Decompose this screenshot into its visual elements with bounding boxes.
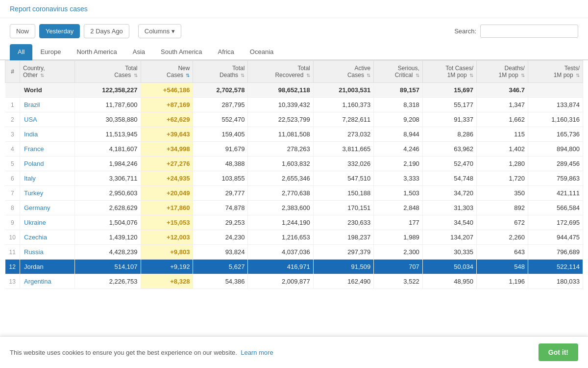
tab-europe[interactable]: Europe	[32, 44, 69, 60]
table-row: 10Czechia1,439,120+12,00324,2301,216,653…	[5, 230, 583, 245]
country-link[interactable]: Germany	[24, 204, 50, 211]
country-link[interactable]: France	[24, 145, 44, 153]
row-num: 2	[5, 112, 20, 127]
btn-now[interactable]: Now	[10, 24, 35, 38]
row-tot-1m: 134,207	[422, 230, 476, 245]
row-num: 13	[5, 274, 20, 289]
country-link[interactable]: Jordan	[24, 263, 44, 270]
row-country: India	[20, 127, 75, 142]
row-serious: 3,522	[374, 274, 423, 289]
row-tot-1m: 34,540	[422, 215, 476, 230]
top-bar: Report coronavirus cases	[0, 0, 588, 18]
row-new-cases: +15,053	[141, 215, 193, 230]
country-link[interactable]: USA	[24, 116, 37, 123]
col-num: #	[5, 61, 20, 83]
row-new-cases: +87,169	[141, 98, 193, 112]
row-total-cases: 3,306,711	[74, 171, 141, 186]
row-deaths-1m: 1,280	[477, 157, 528, 171]
row-total-cases: 2,226,753	[74, 274, 141, 289]
country-link[interactable]: Russia	[24, 248, 44, 256]
row-new-cases: +9,803	[141, 245, 193, 260]
row-tot-1m: 54,748	[422, 171, 476, 186]
row-total-deaths: 2,702,578	[193, 83, 248, 98]
table-row: 9Ukraine1,504,076+15,05329,2531,244,1902…	[5, 215, 583, 230]
country-link[interactable]: Turkey	[24, 189, 43, 197]
tab-africa[interactable]: Africa	[210, 44, 242, 60]
country-link[interactable]: India	[24, 131, 38, 138]
country-link[interactable]: Argentina	[24, 278, 51, 285]
table-row: 12Jordan514,107+9,1925,627416,97191,5097…	[5, 260, 583, 274]
row-serious: 707	[374, 260, 423, 274]
row-total-recovered: 2,770,638	[248, 186, 313, 201]
row-tot-1m: 34,720	[422, 186, 476, 201]
btn-yesterday[interactable]: Yesterday	[39, 24, 80, 38]
row-active-cases: 1,160,373	[313, 98, 373, 112]
tab-north-america[interactable]: North America	[69, 44, 124, 60]
search-input[interactable]	[480, 25, 578, 38]
country-link[interactable]: Brazil	[24, 101, 40, 108]
row-num: 7	[5, 186, 20, 201]
col-total-recovered: TotalRecovered ⇅	[248, 61, 313, 83]
row-tot-1m: 48,950	[422, 274, 476, 289]
row-serious: 8,944	[374, 127, 423, 142]
row-tot-1m: 50,034	[422, 260, 476, 274]
cookie-learn-more[interactable]: Learn more	[241, 349, 273, 356]
country-link[interactable]: Czechia	[24, 234, 47, 241]
row-country: Jordan	[20, 260, 75, 274]
table-row: 2USA30,358,880+62,629552,47022,523,7997,…	[5, 112, 583, 127]
row-tests-1m: 1,160,316	[528, 112, 583, 127]
tab-south-america[interactable]: South America	[153, 44, 210, 60]
row-tot-1m: 31,303	[422, 201, 476, 215]
row-total-deaths: 29,777	[193, 186, 248, 201]
tab-all[interactable]: All	[10, 44, 32, 60]
col-active-cases: ActiveCases ⇅	[313, 61, 373, 83]
row-tot-1m: 63,962	[422, 142, 476, 157]
country-link[interactable]: Italy	[24, 175, 36, 182]
row-tests-1m: 796,689	[528, 245, 583, 260]
row-country: Turkey	[20, 186, 75, 201]
tab-oceania[interactable]: Oceania	[242, 44, 281, 60]
row-total-recovered: 2,655,346	[248, 171, 313, 186]
row-serious: 3,333	[374, 171, 423, 186]
row-total-cases: 11,513,945	[74, 127, 141, 142]
table-wrapper: # Country,Other ⇅ TotalCases ⇅ NewCases …	[0, 60, 588, 289]
row-num: 11	[5, 245, 20, 260]
row-new-cases: +546,186	[141, 83, 193, 98]
row-serious: 8,318	[374, 98, 423, 112]
row-total-recovered: 278,263	[248, 142, 313, 157]
row-total-cases: 4,181,607	[74, 142, 141, 157]
country-link[interactable]: Ukraine	[24, 219, 46, 226]
row-country: Poland	[20, 157, 75, 171]
row-total-recovered: 22,523,799	[248, 112, 313, 127]
row-serious: 2,190	[374, 157, 423, 171]
col-total-cases: TotalCases ⇅	[74, 61, 141, 83]
row-country: World	[20, 83, 75, 98]
row-active-cases: 198,237	[313, 230, 373, 245]
row-num: 4	[5, 142, 20, 157]
country-link[interactable]: Poland	[24, 160, 44, 167]
row-deaths-1m: 892	[477, 201, 528, 215]
btn-2days[interactable]: 2 Days Ago	[84, 24, 129, 38]
row-num: 10	[5, 230, 20, 245]
row-active-cases: 230,633	[313, 215, 373, 230]
row-new-cases: +20,049	[141, 186, 193, 201]
row-serious: 89,157	[374, 83, 423, 98]
col-tot-1m: Tot Cases/1M pop ⇅	[422, 61, 476, 83]
row-country: Ukraine	[20, 215, 75, 230]
row-total-deaths: 159,405	[193, 127, 248, 142]
row-total-cases: 30,358,880	[74, 112, 141, 127]
cookie-accept-button[interactable]: Got it!	[539, 343, 578, 361]
row-total-cases: 2,628,629	[74, 201, 141, 215]
row-tests-1m: 133,874	[528, 98, 583, 112]
row-tests-1m: 172,695	[528, 215, 583, 230]
row-total-recovered: 2,009,877	[248, 274, 313, 289]
row-tests-1m: 421,111	[528, 186, 583, 201]
row-active-cases: 297,379	[313, 245, 373, 260]
row-tests-1m	[528, 83, 583, 98]
tab-asia[interactable]: Asia	[125, 44, 153, 60]
row-tot-1m: 52,470	[422, 157, 476, 171]
btn-columns[interactable]: Columns ▾	[138, 24, 181, 38]
report-link[interactable]: Report coronavirus cases	[10, 5, 88, 13]
row-num: 12	[5, 260, 20, 274]
row-total-deaths: 93,824	[193, 245, 248, 260]
